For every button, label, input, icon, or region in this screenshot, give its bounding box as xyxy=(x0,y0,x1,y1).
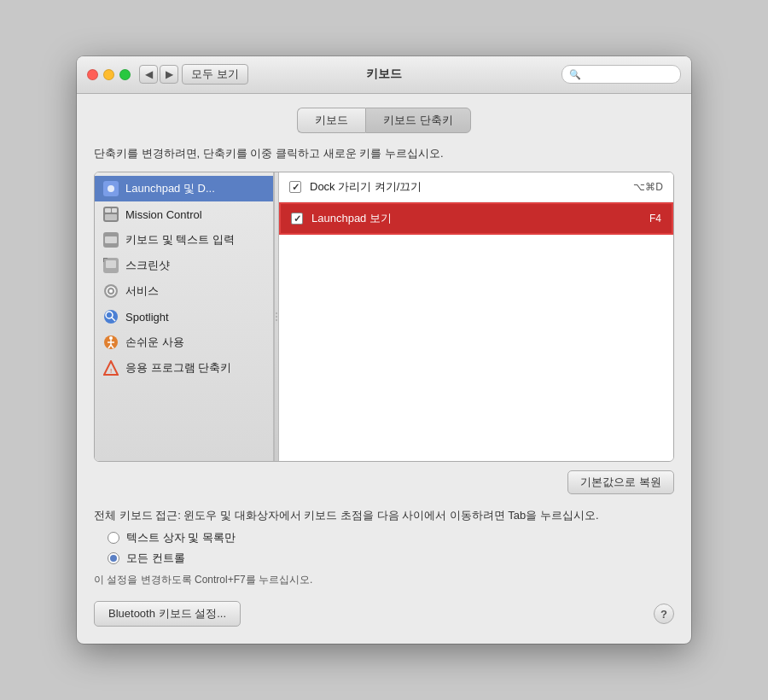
tab-keyboard-shortcuts[interactable]: 키보드 단축키 xyxy=(365,108,471,133)
sidebar-label-launchpad: Launchpad 및 D... xyxy=(125,181,215,196)
services-icon xyxy=(103,283,119,299)
sidebar-item-launchpad[interactable]: Launchpad 및 D... xyxy=(95,176,273,201)
spotlight-icon xyxy=(103,309,119,324)
tab-bar: 키보드 키보드 단축키 xyxy=(94,108,674,133)
svg-rect-4 xyxy=(112,208,117,213)
minimize-button[interactable] xyxy=(103,69,114,80)
svg-rect-3 xyxy=(105,208,111,213)
sidebar-item-accessibility[interactable]: 손쉬운 사용 xyxy=(95,330,273,355)
back-button[interactable]: ◀ xyxy=(139,65,158,84)
main-panel: Launchpad 및 D... Mission Control xyxy=(94,172,674,462)
svg-rect-9 xyxy=(106,260,116,268)
nav-buttons: ◀ ▶ xyxy=(139,65,178,84)
keyboard-window: ◀ ▶ 모두 보기 키보드 🔍 키보드 키보드 단축키 단축키를 변경하려면, … xyxy=(77,56,691,645)
svg-point-1 xyxy=(108,185,114,192)
checkbox-launchpad[interactable] xyxy=(291,213,303,225)
help-button[interactable]: ? xyxy=(654,604,674,624)
sidebar-item-keyboard-text[interactable]: 키보드 및 텍스트 입력 xyxy=(95,227,273,253)
radio-label-text-only: 텍스트 상자 및 목록만 xyxy=(126,530,236,545)
bluetooth-button[interactable]: Bluetooth 키보드 설정... xyxy=(94,601,241,627)
sidebar-item-app-shortcuts[interactable]: ! 응용 프로그램 단축키 xyxy=(95,355,273,381)
sidebar-item-spotlight[interactable]: Spotlight xyxy=(95,304,273,330)
shortcut-row-launchpad: Launchpad 보기 F4 xyxy=(279,202,673,235)
instruction-text: 단축키를 변경하려면, 단축키를 이중 클릭하고 새로운 키를 누르십시오. xyxy=(94,145,674,162)
tab-keyboard[interactable]: 키보드 xyxy=(297,108,365,133)
sidebar: Launchpad 및 D... Mission Control xyxy=(95,172,274,461)
sidebar-label-spotlight: Spotlight xyxy=(125,311,169,324)
radio-all-controls[interactable] xyxy=(108,552,119,564)
svg-rect-11 xyxy=(103,258,104,262)
traffic-lights xyxy=(87,69,131,80)
sidebar-label-app-shortcuts: 응용 프로그램 단축키 xyxy=(125,360,231,376)
screenshot-icon xyxy=(103,258,119,273)
detail-pane: Dock 가리기 켜기/끄기 ⌥⌘D Launchpad 보기 F4 xyxy=(279,172,673,461)
svg-rect-7 xyxy=(105,236,117,243)
sidebar-label-screenshot: 스크린샷 xyxy=(125,258,170,273)
keyboard-access-section: 전체 키보드 접근: 윈도우 및 대화상자에서 키보드 초점을 다음 사이에서 … xyxy=(94,508,674,587)
resize-dots xyxy=(276,312,277,321)
radio-item-all-controls[interactable]: 모든 컨트롤 xyxy=(108,551,674,566)
radio-group: 텍스트 상자 및 목록만 모든 컨트롤 xyxy=(108,530,674,566)
sidebar-item-mission-control[interactable]: Mission Control xyxy=(95,201,273,227)
svg-point-19 xyxy=(109,336,113,340)
sidebar-label-services: 서비스 xyxy=(125,283,159,299)
shortcut-key-launchpad: F4 xyxy=(649,213,661,225)
content-area: 키보드 키보드 단축키 단축키를 변경하려면, 단축키를 이중 클릭하고 새로운… xyxy=(77,94,691,645)
sidebar-item-services[interactable]: 서비스 xyxy=(95,278,273,304)
keyboard-text-icon xyxy=(103,232,119,248)
window-title: 키보드 xyxy=(366,67,402,82)
bottom-bar: Bluetooth 키보드 설정... ? xyxy=(94,601,674,627)
forward-button[interactable]: ▶ xyxy=(160,65,178,84)
keyboard-access-title: 전체 키보드 접근: 윈도우 및 대화상자에서 키보드 초점을 다음 사이에서 … xyxy=(94,508,674,523)
shortcut-name-launchpad: Launchpad 보기 xyxy=(311,211,649,226)
shortcut-key-dock: ⌥⌘D xyxy=(633,181,663,193)
restore-button[interactable]: 기본값으로 복원 xyxy=(567,470,674,494)
svg-rect-5 xyxy=(105,214,117,220)
shortcut-name-dock: Dock 가리기 켜기/끄기 xyxy=(310,179,633,195)
sidebar-label-accessibility: 손쉬운 사용 xyxy=(125,335,184,350)
restore-row: 기본값으로 복원 xyxy=(94,470,674,494)
close-button[interactable] xyxy=(87,69,98,80)
svg-text:!: ! xyxy=(110,367,112,375)
accessibility-icon xyxy=(103,335,119,350)
search-box[interactable]: 🔍 xyxy=(561,65,681,84)
keyboard-hint: 이 설정을 변경하도록 Control+F7를 누르십시오. xyxy=(94,573,674,587)
sidebar-item-screenshot[interactable]: 스크린샷 xyxy=(95,253,273,278)
all-view-button[interactable]: 모두 보기 xyxy=(182,64,248,85)
maximize-button[interactable] xyxy=(119,69,131,80)
mission-control-icon xyxy=(103,207,119,222)
sidebar-label-mission-control: Mission Control xyxy=(125,208,202,221)
shortcut-row-dock: Dock 가리기 켜기/끄기 ⌥⌘D xyxy=(279,172,673,202)
titlebar: ◀ ▶ 모두 보기 키보드 🔍 xyxy=(77,56,691,94)
search-icon: 🔍 xyxy=(569,69,581,80)
launchpad-icon xyxy=(103,181,119,196)
sidebar-label-keyboard-text: 키보드 및 텍스트 입력 xyxy=(125,232,235,248)
radio-text-only[interactable] xyxy=(108,532,119,544)
app-shortcuts-icon: ! xyxy=(103,360,119,376)
radio-label-all-controls: 모든 컨트롤 xyxy=(126,551,185,566)
radio-item-text-only[interactable]: 텍스트 상자 및 목록만 xyxy=(108,530,674,545)
checkbox-dock[interactable] xyxy=(289,181,301,193)
svg-point-14 xyxy=(109,289,113,293)
